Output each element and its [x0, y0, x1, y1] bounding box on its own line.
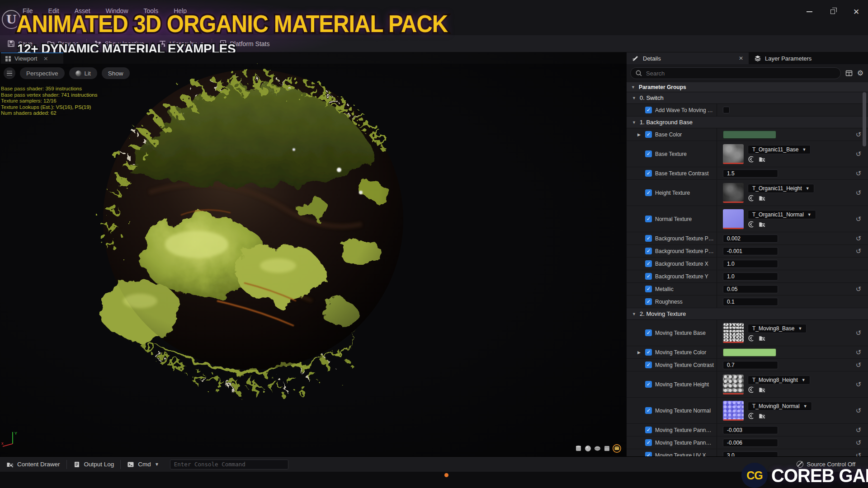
tab-details-close-icon[interactable]: ✕: [739, 55, 743, 61]
browse-to-asset-icon[interactable]: [759, 195, 765, 202]
parameter-enabled-checkbox[interactable]: ✓: [645, 107, 652, 113]
parameter-enabled-checkbox[interactable]: ✓: [645, 407, 652, 414]
parameter-enabled-checkbox[interactable]: ✓: [645, 381, 652, 388]
browse-to-asset-icon[interactable]: [759, 221, 765, 228]
value-input[interactable]: 3.0: [723, 451, 778, 457]
tab-layer-parameters-label: Layer Parameters: [765, 55, 811, 62]
texture-asset-dropdown[interactable]: T_Organic11_Base▼: [748, 145, 811, 154]
color-swatch[interactable]: [723, 131, 776, 139]
browse-to-asset-icon[interactable]: [759, 386, 765, 393]
parameter-row-base-texture: ✓Base TextureT_Organic11_Base▼↺: [627, 141, 868, 167]
texture-thumbnail[interactable]: [723, 401, 744, 421]
close-button[interactable]: ✕: [850, 6, 863, 17]
details-scrollbar-thumb[interactable]: [863, 92, 866, 146]
use-selected-asset-icon[interactable]: [748, 195, 755, 202]
parameter-enabled-checkbox[interactable]: ✓: [645, 361, 652, 368]
value-input[interactable]: 0.002: [723, 235, 778, 243]
parameter-enabled-checkbox[interactable]: ✓: [645, 131, 652, 138]
show-button[interactable]: Show: [102, 67, 130, 79]
texture-asset-dropdown[interactable]: T_Moving8_Base▼: [748, 324, 807, 333]
console-command-input[interactable]: [174, 461, 284, 468]
parameter-enabled-checkbox[interactable]: ✓: [645, 170, 652, 177]
parameter-enabled-checkbox[interactable]: ✓: [645, 248, 652, 254]
texture-asset-dropdown[interactable]: T_Moving8_Normal▼: [748, 402, 812, 411]
viewport-tab-close-icon[interactable]: ✕: [43, 56, 48, 62]
use-selected-asset-icon[interactable]: [748, 335, 755, 342]
browse-to-asset-icon[interactable]: [759, 335, 765, 342]
browse-to-asset-icon[interactable]: [759, 413, 765, 419]
material-preview-sphere[interactable]: [68, 57, 443, 400]
parameter-enabled-checkbox[interactable]: ✓: [645, 452, 652, 456]
parameter-enabled-checkbox[interactable]: ✓: [645, 329, 652, 336]
value-input[interactable]: 0.1: [723, 298, 778, 306]
parameter-enabled-checkbox[interactable]: ✓: [645, 273, 652, 280]
expand-arrow-icon[interactable]: ▶: [637, 132, 642, 137]
value-input[interactable]: 1.0: [723, 272, 778, 281]
parameter-groups-header[interactable]: ▼ Parameter Groups: [627, 82, 868, 92]
value-input[interactable]: 1.5: [723, 169, 778, 178]
sphere-mesh-button[interactable]: [584, 445, 592, 452]
texture-asset-dropdown[interactable]: T_Organic11_Normal▼: [748, 210, 816, 219]
value-input[interactable]: -0.001: [723, 247, 778, 255]
use-selected-asset-icon[interactable]: [748, 413, 755, 419]
parameter-enabled-checkbox[interactable]: ✓: [645, 150, 652, 157]
parameter-enabled-checkbox[interactable]: ✓: [645, 260, 652, 267]
viewport-options-button[interactable]: [4, 67, 15, 79]
value-input[interactable]: 0.7: [723, 361, 778, 369]
parameter-enabled-checkbox[interactable]: ✓: [645, 235, 652, 242]
use-selected-asset-icon[interactable]: [748, 156, 755, 163]
expand-arrow-icon[interactable]: ▶: [637, 350, 642, 355]
group-header-1-background-base[interactable]: ▼1. Background Base: [627, 117, 868, 128]
parameter-enabled-checkbox[interactable]: ✓: [645, 189, 652, 196]
value-input[interactable]: 0.05: [723, 285, 778, 293]
parameter-name: Roughness: [655, 299, 685, 305]
perspective-button[interactable]: Perspective: [20, 67, 65, 79]
output-log-label: Output Log: [84, 461, 114, 468]
parameter-enabled-checkbox[interactable]: ✓: [645, 286, 652, 292]
details-scrollbar[interactable]: [863, 90, 866, 455]
group-header-0-switch[interactable]: ▼0. Switch: [627, 92, 868, 104]
parameter-enabled-checkbox[interactable]: ✓: [645, 298, 652, 305]
tab-layer-parameters[interactable]: Layer Parameters: [749, 52, 817, 64]
chevron-down-icon: ▼: [802, 147, 807, 152]
display-options-icon[interactable]: [845, 70, 853, 77]
texture-thumbnail[interactable]: [723, 144, 744, 164]
cube-mesh-button[interactable]: [603, 445, 611, 452]
parameter-enabled-checkbox[interactable]: ✓: [645, 439, 652, 446]
tab-details[interactable]: Details ✕: [627, 52, 749, 64]
use-selected-asset-icon[interactable]: [748, 221, 755, 228]
value-input[interactable]: 1.0: [723, 260, 778, 268]
gear-icon[interactable]: ⚙: [857, 70, 863, 77]
use-selected-asset-icon[interactable]: [748, 386, 755, 393]
chevron-down-icon: ▼: [155, 462, 159, 467]
texture-thumbnail[interactable]: [723, 323, 744, 343]
texture-asset-dropdown[interactable]: T_Organic11_Height▼: [748, 184, 814, 193]
minimize-button[interactable]: [803, 6, 816, 17]
console-command-box[interactable]: [170, 460, 288, 469]
texture-asset-dropdown[interactable]: T_Moving8_Height▼: [748, 375, 810, 385]
custom-mesh-button-active[interactable]: [613, 444, 621, 453]
parameter-value-cell: -0.003: [717, 424, 849, 436]
search-input[interactable]: [646, 70, 836, 77]
content-drawer-button[interactable]: Content Drawer: [0, 457, 66, 472]
texture-thumbnail[interactable]: [723, 375, 744, 394]
value-input[interactable]: -0.006: [723, 439, 778, 447]
viewport-tab[interactable]: Viewport ✕: [1, 52, 63, 64]
color-swatch[interactable]: [723, 348, 776, 357]
browse-to-asset-icon[interactable]: [759, 156, 765, 163]
cmd-selector[interactable]: Cmd ▼: [121, 457, 165, 472]
cylinder-mesh-button[interactable]: [575, 445, 582, 452]
plane-mesh-button[interactable]: [594, 445, 601, 452]
lit-mode-button[interactable]: Lit: [69, 67, 97, 79]
output-log-button[interactable]: Output Log: [67, 457, 121, 472]
parameter-enabled-checkbox[interactable]: ✓: [645, 216, 652, 222]
value-input[interactable]: -0.003: [723, 426, 778, 434]
restore-button[interactable]: [826, 6, 839, 17]
texture-thumbnail[interactable]: [723, 183, 744, 203]
texture-thumbnail[interactable]: [723, 209, 744, 229]
value-checkbox-unchecked[interactable]: [723, 107, 730, 113]
parameter-enabled-checkbox[interactable]: ✓: [645, 349, 652, 356]
search-box[interactable]: [630, 67, 841, 79]
parameter-enabled-checkbox[interactable]: ✓: [645, 427, 652, 433]
group-header-2-moving-texture[interactable]: ▼2. Moving Texture: [627, 308, 868, 320]
